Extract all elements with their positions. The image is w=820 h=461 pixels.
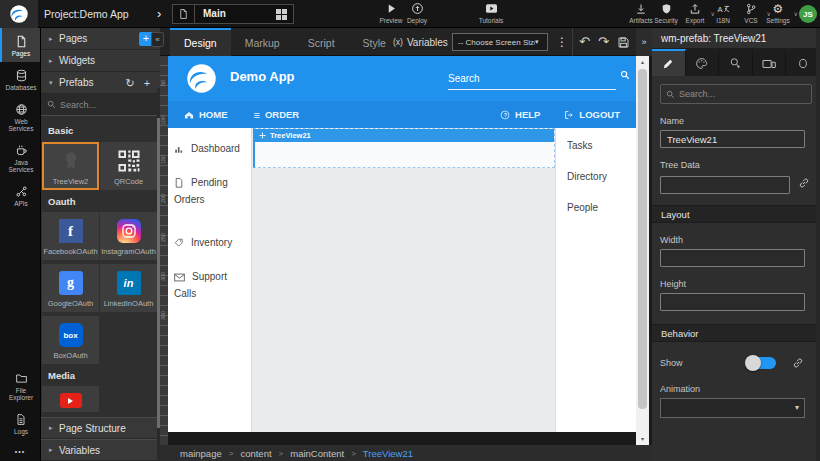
prefab-tile-treeview2[interactable]: TreeView2 bbox=[42, 142, 99, 190]
app-left-menu: Dashboard Pending Orders Inventory Suppo… bbox=[168, 128, 252, 432]
menu-item-dashboard[interactable]: Dashboard bbox=[168, 140, 251, 157]
rail-item-file-explorer[interactable]: File Explorer bbox=[0, 365, 40, 406]
page-grid-icon[interactable] bbox=[269, 5, 293, 23]
tab-design[interactable]: Design bbox=[170, 28, 231, 56]
screen-size-select[interactable]: -- Choose Screen Size -- ▾ bbox=[452, 33, 548, 51]
project-chevron-icon: › bbox=[157, 0, 161, 27]
menu-item-pending-orders[interactable]: Pending Orders bbox=[168, 174, 251, 208]
tab-devices[interactable] bbox=[753, 49, 787, 76]
canvas-vertical-scrollbar[interactable]: ▴ ▾ bbox=[636, 56, 649, 445]
save-button[interactable] bbox=[617, 36, 630, 49]
tree-data-input[interactable] bbox=[660, 176, 790, 194]
behavior-section-header[interactable]: Behavior bbox=[652, 324, 820, 342]
user-avatar[interactable]: JS bbox=[799, 5, 817, 23]
rail-more-button[interactable]: ••• bbox=[0, 440, 40, 461]
vcs-button[interactable]: VCS ∨ bbox=[736, 2, 766, 27]
group-media: Media bbox=[41, 364, 160, 386]
tab-events[interactable] bbox=[719, 49, 753, 76]
deploy-button[interactable]: Deploy bbox=[402, 2, 432, 27]
rail-item-logs[interactable]: Logs bbox=[0, 406, 40, 440]
bind-tree-data-button[interactable] bbox=[798, 177, 810, 189]
prefab-tile-instagram-oauth[interactable]: InstagramOAuth bbox=[100, 212, 157, 260]
i18n-button[interactable]: A I18N bbox=[708, 2, 738, 27]
collapse-left-panel-button[interactable]: « bbox=[151, 32, 164, 47]
app-logo[interactable] bbox=[186, 63, 217, 94]
redo-button[interactable]: ↷ bbox=[598, 35, 609, 49]
rail-item-databases[interactable]: Databases bbox=[0, 62, 40, 96]
add-prefab-button[interactable]: + bbox=[141, 75, 153, 91]
studio-logo[interactable] bbox=[0, 0, 38, 28]
treeview-widget[interactable]: TreeView21 bbox=[253, 128, 555, 168]
nav-help[interactable]: ? HELP bbox=[500, 109, 540, 120]
nav-home[interactable]: HOME bbox=[184, 109, 228, 120]
logs-icon bbox=[15, 412, 27, 426]
panel-item-directory[interactable]: Directory bbox=[567, 171, 636, 182]
widget-selection-bar[interactable]: TreeView21 bbox=[255, 129, 554, 142]
bind-show-button[interactable] bbox=[792, 357, 804, 369]
rail-item-web-services[interactable]: Web Services bbox=[0, 96, 40, 137]
rail-item-pages[interactable]: Pages bbox=[0, 28, 40, 62]
section-variables[interactable]: ▸ Variables bbox=[41, 439, 160, 461]
security-button[interactable]: Security bbox=[651, 2, 681, 27]
widget-breadcrumb: mainpage > content > mainContent > TreeV… bbox=[160, 445, 652, 461]
prefab-tile-facebook-oauth[interactable]: f FacebookOAuth bbox=[42, 212, 99, 260]
hamburger-icon: ≡ bbox=[254, 109, 260, 121]
inspector-scrollbar[interactable] bbox=[816, 28, 820, 461]
app-search-icon[interactable] bbox=[620, 70, 630, 80]
panel-item-people[interactable]: People bbox=[567, 202, 636, 213]
prefab-tile-qrcode[interactable]: QRCode bbox=[100, 142, 157, 190]
breadcrumb-content[interactable]: content bbox=[240, 448, 271, 459]
page-selector[interactable]: Main bbox=[172, 4, 294, 24]
tab-outline[interactable] bbox=[786, 49, 820, 76]
prefab-search-input[interactable] bbox=[60, 100, 154, 110]
prefab-tile-google-oauth[interactable]: g GoogleOAuth bbox=[42, 264, 99, 312]
link-icon bbox=[792, 357, 804, 369]
collapse-right-panel-button[interactable]: » bbox=[636, 28, 652, 56]
section-pages[interactable]: ▸ Pages + bbox=[41, 28, 160, 50]
tab-markup[interactable]: Markup bbox=[231, 28, 294, 56]
breadcrumb-maincontent[interactable]: mainContent bbox=[290, 448, 344, 459]
export-button[interactable]: Export ∨ bbox=[680, 2, 710, 27]
variables-menu[interactable]: (x) Variables ∨ bbox=[393, 28, 457, 56]
tutorials-button[interactable]: Tutorials bbox=[476, 2, 506, 27]
prefab-tile-linkedin-oauth[interactable]: in LinkedInOAuth bbox=[100, 264, 157, 312]
section-prefabs[interactable]: ▾ Prefabs ↻ + bbox=[41, 72, 160, 94]
name-label: Name bbox=[660, 116, 812, 126]
vertical-ruler: 50 100 150 200 250 300 350 bbox=[160, 56, 168, 445]
menu-item-inventory[interactable]: Inventory bbox=[168, 234, 251, 251]
section-page-structure[interactable]: ▸ Page Structure bbox=[41, 417, 160, 439]
layout-section-header[interactable]: Layout bbox=[652, 205, 820, 223]
panel-item-tasks[interactable]: Tasks bbox=[567, 140, 636, 151]
logout-icon bbox=[564, 110, 574, 120]
tab-properties[interactable] bbox=[652, 49, 686, 76]
refresh-prefabs-button[interactable]: ↻ bbox=[124, 75, 136, 91]
animation-select[interactable]: ▾ bbox=[660, 398, 805, 418]
rail-item-apis[interactable]: APIs bbox=[0, 178, 40, 212]
nav-logout[interactable]: LOGOUT bbox=[564, 109, 620, 120]
rail-item-java-services[interactable]: Java Services bbox=[0, 137, 40, 178]
name-input[interactable] bbox=[660, 130, 805, 148]
scroll-up-arrow[interactable]: ▴ bbox=[636, 56, 649, 68]
scrollbar-thumb[interactable] bbox=[638, 69, 647, 409]
prefab-tile-box-oauth[interactable]: box BoxOAuth bbox=[42, 316, 99, 364]
tab-styles[interactable] bbox=[686, 49, 720, 76]
translate-icon: A bbox=[717, 2, 730, 15]
scroll-down-arrow[interactable]: ▾ bbox=[636, 433, 649, 445]
breadcrumb-mainpage[interactable]: mainpage bbox=[180, 448, 222, 459]
app-search-field[interactable]: Search bbox=[448, 68, 616, 90]
height-input[interactable] bbox=[660, 293, 805, 311]
prefab-search[interactable] bbox=[41, 94, 160, 116]
undo-button[interactable]: ↶ bbox=[579, 35, 590, 49]
show-toggle[interactable] bbox=[746, 357, 776, 369]
property-search-input[interactable] bbox=[679, 89, 806, 99]
breadcrumb-treeview21[interactable]: TreeView21 bbox=[363, 448, 413, 459]
section-widgets[interactable]: ▸ Widgets bbox=[41, 50, 160, 72]
prefab-tile-media[interactable] bbox=[42, 386, 99, 412]
property-search[interactable] bbox=[660, 84, 812, 104]
tab-script[interactable]: Script bbox=[294, 28, 349, 56]
width-input[interactable] bbox=[660, 249, 805, 267]
more-options-button[interactable]: ⋮ bbox=[555, 28, 569, 56]
nav-order[interactable]: ≡ ORDER bbox=[254, 109, 300, 121]
settings-button[interactable]: ⚙ Settings ∨ bbox=[763, 2, 793, 27]
menu-item-support-calls[interactable]: Support Calls bbox=[168, 268, 251, 302]
